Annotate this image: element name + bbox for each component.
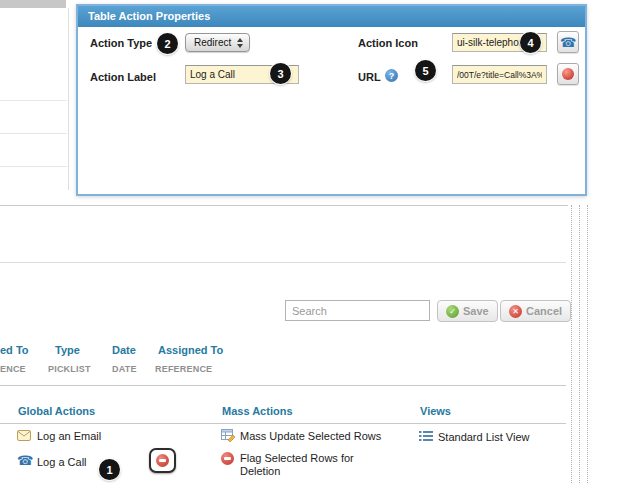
mass-action-item-mass-update[interactable]: Mass Update Selected Rows [240,430,381,442]
save-button[interactable]: ✓ Save [437,300,498,322]
section-divider [0,205,568,206]
search-input[interactable] [285,300,430,321]
callout-1-badge: 1 [99,459,120,480]
action-item-log-an-email[interactable]: Log an Email [37,430,101,442]
action-type-select[interactable]: Redirect [185,33,250,52]
delete-action-icon[interactable] [156,454,169,467]
global-actions-header: Global Actions [18,405,95,417]
column-header-related-to: ed To [0,344,29,356]
column-type-picklist: PICKLIST [48,364,91,374]
cancel-x-icon: ✕ [509,305,522,318]
column-header-type: Type [55,344,80,356]
mass-action-item-flag-delete[interactable]: Flag Selected Rows for Deletion [240,452,392,478]
url-label: URL [358,71,381,83]
action-type-label: Action Type [90,37,152,49]
column-header-date: Date [112,344,136,356]
cancel-button[interactable]: ✕ Cancel [500,300,571,322]
section-divider [0,262,566,263]
dotted-grid-line [579,205,580,483]
url-picker-button[interactable] [557,63,579,85]
dotted-grid-line [571,205,572,483]
telephone-icon: ☎ [17,454,33,467]
callout-5-badge: 5 [415,60,436,81]
callout-4-badge: 4 [520,32,541,53]
views-header: Views [420,405,451,417]
mass-actions-header: Mass Actions [222,405,293,417]
panel-title: Table Action Properties [78,6,585,27]
icon-picker-button[interactable]: ☎ [557,31,579,53]
column-header-assigned-to: Assigned To [158,344,223,356]
column-type-reference: ENCE [0,364,26,374]
email-icon [17,430,31,441]
table-action-properties-panel: Table Action Properties Action Type Redi… [76,4,587,196]
view-item-standard-list[interactable]: Standard List View [438,431,530,443]
sphere-icon [562,68,574,80]
background-row-divider [0,100,67,101]
url-input[interactable] [452,65,547,84]
section-divider [0,385,566,386]
save-button-label: Save [463,305,489,317]
action-icon-label: Action Icon [358,37,418,49]
annotation-highlight-box [149,448,176,473]
section-divider [0,423,566,424]
save-check-icon: ✓ [446,305,459,318]
action-label-label: Action Label [90,71,156,83]
flag-delete-icon [221,452,234,465]
background-row-divider [0,133,67,134]
action-item-log-a-call[interactable]: Log a Call [37,456,87,468]
background-panel-divider [68,8,69,190]
column-type-date: DATE [112,364,137,374]
dotted-grid-line [587,205,588,483]
background-row-divider [0,166,67,167]
callout-3-badge: 3 [270,63,291,84]
action-type-value: Redirect [194,37,231,48]
list-view-icon [419,430,434,442]
telephone-icon: ☎ [560,36,576,49]
callout-2-badge: 2 [157,33,178,54]
column-type-reference2: REFERENCE [155,364,212,374]
window-edge-strip [0,0,66,8]
cancel-button-label: Cancel [526,305,562,317]
app-screenshot: Table Action Properties Action Type Redi… [0,0,621,483]
mass-update-icon [221,428,236,443]
help-icon[interactable]: ? [385,69,398,82]
select-arrows-icon [237,38,243,48]
